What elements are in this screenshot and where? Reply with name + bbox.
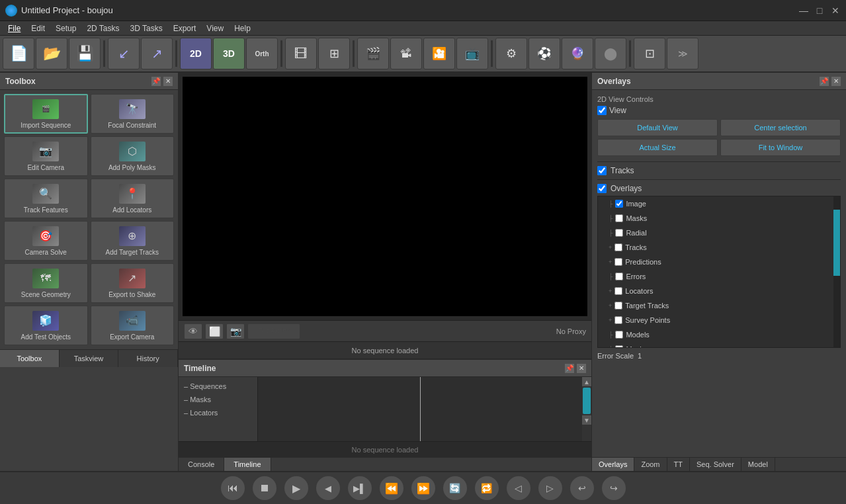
tree-item-radial[interactable]: ├ Radial: [598, 226, 840, 240]
tool-track-features[interactable]: 🔍 Track Features: [4, 179, 88, 218]
masks-checkbox[interactable]: [615, 214, 623, 222]
tree-item-models[interactable]: ├ Models: [598, 327, 840, 342]
open-button[interactable]: 📂: [36, 38, 67, 69]
close-button[interactable]: ✕: [830, 5, 841, 16]
tool-add-test-objects[interactable]: 🧊 Add Test Objects: [4, 306, 88, 345]
tool-edit-camera[interactable]: 📷 Edit Camera: [4, 136, 88, 176]
tab-overlays[interactable]: Overlays: [592, 458, 634, 471]
minimize-button[interactable]: —: [798, 5, 809, 16]
tree-scrollbar-thumb[interactable]: [833, 210, 840, 276]
prev-frame-button[interactable]: ◀: [315, 475, 341, 501]
maximize-button[interactable]: □: [814, 5, 825, 16]
curve2-button[interactable]: ↗: [141, 38, 173, 69]
overlays-checkbox[interactable]: [597, 184, 607, 193]
image-checkbox[interactable]: [615, 200, 623, 208]
models-checkbox[interactable]: [615, 331, 623, 339]
tab-tt[interactable]: TT: [667, 458, 690, 471]
goto-next-button[interactable]: ↪: [601, 475, 627, 501]
fast-forward-button[interactable]: ⏩: [410, 475, 437, 501]
overlays-close-button[interactable]: ✕: [831, 77, 841, 86]
scroll-down-arrow[interactable]: ▼: [582, 415, 591, 425]
tab-timeline[interactable]: Timeline: [224, 458, 271, 471]
toolbox-close-button[interactable]: ✕: [163, 77, 173, 86]
menu-2dtasks[interactable]: 2D Tasks: [81, 22, 124, 34]
play-forward-button[interactable]: ▶: [283, 475, 310, 501]
grid-button[interactable]: ⊞: [318, 38, 350, 69]
cam3-button[interactable]: 🔮: [562, 38, 593, 69]
actual-size-button[interactable]: Actual Size: [597, 139, 718, 156]
errors-checkbox[interactable]: [615, 273, 623, 280]
menu-view[interactable]: View: [201, 22, 229, 34]
tab-taskview[interactable]: Taskview: [60, 350, 119, 367]
tree-item-target-tracks[interactable]: + Target Tracks: [598, 298, 840, 313]
3d-mode-button[interactable]: 3D: [213, 38, 245, 69]
vp-eye-button[interactable]: 👁: [184, 323, 202, 339]
tool-import-sequence[interactable]: 🎬 Import Sequence: [4, 94, 88, 134]
tool-camera-solve[interactable]: 🎯 Camera Solve: [4, 221, 88, 261]
tab-model[interactable]: Model: [741, 458, 775, 471]
tree-item-errors[interactable]: ├ Errors: [598, 269, 840, 284]
view4-button[interactable]: 📺: [456, 38, 488, 69]
radial-checkbox[interactable]: [615, 229, 623, 237]
vp-square-button[interactable]: ⬜: [205, 323, 224, 339]
menu-help[interactable]: Help: [229, 22, 256, 34]
timeline-close-button[interactable]: ✕: [577, 364, 586, 373]
tool-add-locators[interactable]: 📍 Add Locators: [91, 179, 175, 218]
tracks-tree-checkbox[interactable]: [614, 243, 622, 251]
timeline-scrollbar[interactable]: ▲ ▼: [582, 377, 591, 441]
scroll-thumb[interactable]: [583, 388, 591, 414]
goto-prev-button[interactable]: ↩: [569, 475, 595, 501]
new-button[interactable]: 📄: [3, 38, 34, 69]
loop-button[interactable]: 🔄: [442, 475, 468, 501]
view3-button[interactable]: 🎦: [423, 38, 455, 69]
survey-points-checkbox[interactable]: [614, 316, 622, 324]
tab-zoom[interactable]: Zoom: [634, 458, 667, 471]
prev-keyframe-button[interactable]: ◁: [505, 475, 532, 501]
2d-mode-button[interactable]: 2D: [180, 38, 212, 69]
cam4-button[interactable]: ⬤: [595, 38, 626, 69]
vp-edit-attribs-button[interactable]: Edit Attribs: [247, 323, 300, 339]
toolbox-pin-button[interactable]: 📌: [151, 77, 161, 86]
more-tools-button[interactable]: ≫: [667, 38, 698, 69]
tracks-checkbox[interactable]: [597, 166, 607, 175]
locators-checkbox[interactable]: [614, 287, 622, 295]
loop-section-button[interactable]: 🔁: [474, 475, 500, 501]
target-tracks-checkbox[interactable]: [614, 302, 622, 310]
view-checkbox[interactable]: [597, 106, 607, 115]
tree-item-image[interactable]: ├ Image: [598, 196, 840, 211]
tool-add-target-tracks[interactable]: ⊕ Add Target Tracks: [91, 221, 175, 261]
tab-toolbox[interactable]: Toolbox: [0, 350, 60, 367]
default-view-button[interactable]: Default View: [597, 119, 718, 136]
tool-add-poly-masks[interactable]: ⬡ Add Poly Masks: [91, 136, 175, 176]
timeline-pin-button[interactable]: 📌: [565, 364, 574, 373]
cam1-button[interactable]: ⚙: [495, 38, 527, 69]
tab-seq-solver[interactable]: Seq. Solver: [690, 458, 741, 471]
scroll-up-arrow[interactable]: ▲: [582, 377, 591, 386]
tree-item-survey-points[interactable]: + Survey Points: [598, 313, 840, 327]
select-button[interactable]: ⊡: [634, 38, 665, 69]
ortho-mode-button[interactable]: Orth: [246, 38, 278, 69]
center-selection-button[interactable]: Center selection: [720, 119, 841, 136]
tree-item-meshes[interactable]: ├ Meshes: [598, 342, 840, 348]
view1-button[interactable]: 🎬: [357, 38, 389, 69]
tab-history[interactable]: History: [118, 350, 178, 367]
tree-item-predictions[interactable]: + Predictions: [598, 255, 840, 269]
menu-edit[interactable]: Edit: [26, 22, 50, 34]
predictions-checkbox[interactable]: [614, 258, 622, 266]
tree-scrollbar[interactable]: [833, 196, 840, 347]
tool-export-to-shake[interactable]: ↗ Export to Shake: [91, 263, 175, 303]
fast-backward-button[interactable]: ⏪: [378, 475, 405, 501]
timeline-ruler[interactable]: [258, 377, 582, 441]
tab-console[interactable]: Console: [179, 458, 224, 471]
curve1-button[interactable]: ↙: [108, 38, 140, 69]
tool-focal-constraint[interactable]: 🔭 Focal Constraint: [91, 94, 175, 134]
next-frame-button[interactable]: ▶▌: [347, 475, 373, 501]
cam2-button[interactable]: ⚽: [529, 38, 560, 69]
menu-3dtasks[interactable]: 3D Tasks: [125, 22, 168, 34]
vp-camera-button[interactable]: 📷: [226, 323, 245, 339]
tree-item-tracks[interactable]: + Tracks: [598, 240, 840, 255]
tree-item-masks[interactable]: ├ Masks: [598, 211, 840, 226]
go-to-start-button[interactable]: ⏮: [220, 475, 246, 501]
sequence-button[interactable]: 🎞: [285, 38, 317, 69]
menu-file[interactable]: File: [3, 22, 26, 34]
